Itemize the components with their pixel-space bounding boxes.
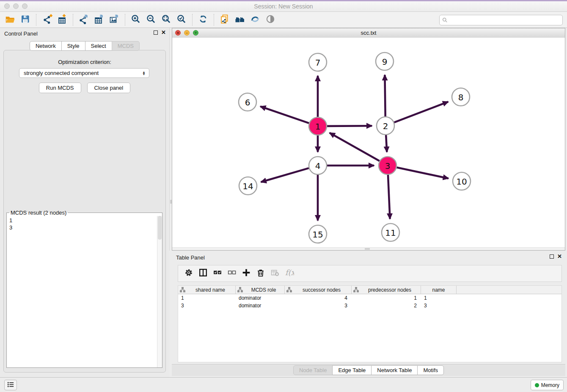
- svg-text:10: 10: [456, 177, 467, 187]
- table-cell: dominator: [236, 302, 285, 309]
- table-tab-node-table[interactable]: Node Table: [293, 365, 333, 375]
- import-network-icon: [41, 14, 52, 26]
- import-table-button[interactable]: [55, 13, 70, 27]
- refresh-view-button[interactable]: [195, 13, 211, 27]
- float-panel-icon[interactable]: [154, 30, 158, 35]
- close-table-panel-icon[interactable]: ✕: [557, 254, 562, 259]
- open-session-button[interactable]: [3, 13, 18, 27]
- tab-style[interactable]: Style: [61, 41, 85, 51]
- import-network-button[interactable]: [39, 13, 55, 27]
- table-toolbar: f(x): [178, 265, 562, 282]
- table-tab-edge-table[interactable]: Edge Table: [332, 365, 372, 375]
- svg-text:6: 6: [245, 97, 250, 108]
- edge-4-14[interactable]: [261, 168, 309, 182]
- export-image-button[interactable]: [107, 13, 122, 27]
- toolbar-separator: [36, 14, 36, 26]
- memory-button[interactable]: Memory: [531, 380, 564, 390]
- export-network-icon: [78, 14, 89, 26]
- column-header-predecessor-nodes[interactable]: predecessor nodes: [352, 286, 421, 294]
- graph-node-15[interactable]: 15: [309, 225, 327, 243]
- network-horizontal-scrollbar[interactable]: [172, 247, 565, 250]
- deselect-all-columns-icon: [227, 268, 237, 279]
- svg-text:15: 15: [312, 229, 323, 240]
- task-history-button[interactable]: [4, 380, 17, 390]
- column-type-icon: [237, 287, 243, 293]
- table-panel-title: Table Panel: [176, 254, 205, 261]
- graph-node-2[interactable]: 2: [377, 117, 394, 135]
- apply-preferred-style-button[interactable]: [248, 13, 263, 27]
- edge-2-9[interactable]: [385, 75, 385, 116]
- export-table-button[interactable]: [91, 13, 107, 27]
- zoom-selected-button[interactable]: [174, 13, 189, 27]
- window-title: Session: New Session: [0, 3, 567, 10]
- tab-mcds[interactable]: MCDS: [112, 41, 140, 51]
- edge-1-2[interactable]: [327, 126, 372, 126]
- table-cell: 1: [421, 294, 457, 301]
- edge-3-11[interactable]: [388, 175, 390, 219]
- zoom-fit-content-icon: [161, 14, 172, 26]
- split-column-view-button[interactable]: [196, 267, 210, 280]
- close-panel-button[interactable]: Close panel: [87, 83, 131, 93]
- graph-node-1[interactable]: 1: [309, 117, 327, 135]
- graph-node-10[interactable]: 10: [453, 172, 471, 190]
- table-tab-motifs[interactable]: Motifs: [417, 365, 444, 375]
- add-column-button[interactable]: [239, 267, 253, 280]
- graph-node-7[interactable]: 7: [309, 53, 327, 71]
- svg-text:f(x): f(x): [285, 268, 294, 277]
- column-header-successor-nodes[interactable]: successor nodes: [285, 286, 352, 294]
- table-settings-button[interactable]: [182, 267, 196, 280]
- tab-select[interactable]: Select: [85, 41, 112, 51]
- table-cell: 1: [352, 294, 421, 301]
- export-network-button[interactable]: [76, 13, 91, 27]
- deselect-all-columns-button[interactable]: [225, 267, 239, 280]
- graph-node-8[interactable]: 8: [452, 88, 470, 106]
- table-row[interactable]: 1dominator411: [178, 294, 561, 302]
- select-all-columns-icon: [213, 268, 222, 279]
- close-panel-icon[interactable]: ✕: [161, 30, 166, 35]
- edge-1-6[interactable]: [260, 106, 309, 123]
- column-header-name[interactable]: name: [421, 286, 457, 294]
- column-header-shared-name[interactable]: shared name: [178, 286, 236, 294]
- show-all-views-button[interactable]: [232, 13, 248, 27]
- search-field[interactable]: [439, 15, 563, 25]
- mcds-result-box: MCDS result (2 nodes) 1 3: [6, 210, 162, 368]
- table-panel: Table Panel ✕ f(x) shared nameMCDS roles…: [172, 252, 565, 377]
- edge-2-8[interactable]: [394, 102, 449, 122]
- table-cell: 1: [178, 294, 236, 301]
- edge-3-1[interactable]: [330, 133, 380, 161]
- float-table-panel-icon[interactable]: [550, 254, 554, 259]
- duplicate-network-button[interactable]: [217, 13, 232, 27]
- graph-node-3[interactable]: 3: [379, 157, 396, 174]
- graph-node-9[interactable]: 9: [376, 52, 394, 70]
- svg-text:1: 1: [315, 121, 321, 132]
- hide-panels-button[interactable]: [263, 13, 278, 27]
- select-all-columns-button[interactable]: [210, 267, 225, 280]
- table-row[interactable]: 3dominator323: [178, 302, 561, 309]
- delete-table-icon: [270, 268, 280, 279]
- svg-text:9: 9: [382, 57, 388, 67]
- save-session-button[interactable]: [18, 13, 33, 27]
- tab-network[interactable]: Network: [30, 41, 62, 51]
- graph-node-6[interactable]: 6: [239, 93, 256, 111]
- graph-node-4[interactable]: 4: [309, 157, 327, 174]
- search-input[interactable]: [449, 16, 562, 25]
- column-header-MCDS-role[interactable]: MCDS role: [236, 286, 285, 294]
- graph-node-11[interactable]: 11: [382, 224, 399, 241]
- zoom-out-button[interactable]: [143, 13, 159, 27]
- edge-3-10[interactable]: [397, 168, 449, 179]
- zoom-in-button[interactable]: [128, 13, 143, 27]
- zoom-fit-content-button[interactable]: [159, 13, 174, 27]
- delete-column-icon: [256, 268, 265, 279]
- toolbar-separator: [73, 14, 73, 26]
- toolbar-separator: [192, 14, 193, 26]
- network-window-titlebar[interactable]: ✕ − ＋ scc.txt: [172, 28, 565, 38]
- table-tab-network-table[interactable]: Network Table: [371, 365, 418, 375]
- network-canvas[interactable]: 7968124314101511: [172, 38, 565, 248]
- delete-column-button[interactable]: [253, 267, 268, 280]
- criterion-dropdown[interactable]: strongly connected component ▲▼: [19, 68, 149, 78]
- graph-node-14[interactable]: 14: [239, 177, 257, 195]
- edge-2-3[interactable]: [386, 135, 387, 152]
- svg-text:7: 7: [315, 58, 321, 68]
- run-mcds-button[interactable]: Run MCDS: [39, 83, 81, 93]
- result-scrollbar[interactable]: [157, 216, 162, 367]
